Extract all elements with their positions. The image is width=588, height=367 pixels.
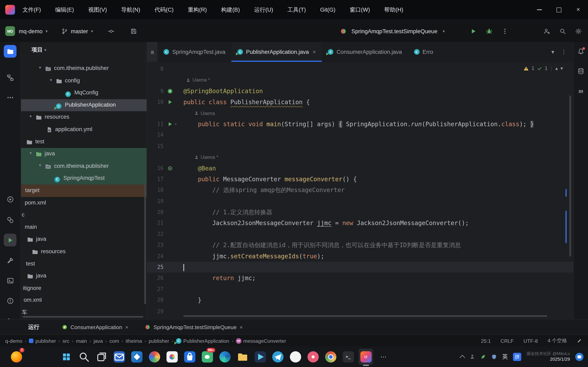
tree-item[interactable]: application.yml bbox=[21, 124, 147, 136]
taskbar-paint[interactable] bbox=[163, 346, 181, 367]
code-editor[interactable]: 1 1 ▴ ▾ 8Uaena *9@SpringBootApplication1… bbox=[147, 62, 573, 319]
code-line-28[interactable]: 28} bbox=[147, 295, 573, 306]
code-line-24[interactable]: 24jjmc.setCreateMessageIds(true); bbox=[147, 251, 573, 262]
notifications-icon[interactable] bbox=[576, 47, 585, 56]
close-tab-icon[interactable]: × bbox=[125, 324, 129, 330]
editor-tab-ConsumerApplication.java[interactable]: CConsumerApplication.java bbox=[322, 42, 408, 62]
taskbar-white-app[interactable] bbox=[286, 346, 304, 367]
more-h-icon[interactable] bbox=[4, 91, 16, 104]
project-folder-icon[interactable] bbox=[4, 45, 16, 58]
line-number[interactable]: 11 bbox=[147, 119, 164, 130]
line-separator[interactable]: CRLF bbox=[501, 338, 514, 344]
code-line-27[interactable]: 27 bbox=[147, 284, 573, 295]
settings-button[interactable] bbox=[572, 25, 584, 37]
run-tab-ConsumerApplication[interactable]: ConsumerApplication× bbox=[54, 319, 137, 335]
tree-item[interactable]: target bbox=[21, 184, 147, 197]
taskbar-search[interactable] bbox=[75, 346, 93, 367]
tree-item[interactable]: c bbox=[21, 209, 147, 221]
menu-item-8[interactable]: 工具(T) bbox=[287, 5, 307, 15]
run-gutter-icon[interactable] bbox=[167, 99, 173, 105]
file-encoding[interactable]: UTF-8 bbox=[523, 338, 538, 344]
chevron-down-icon[interactable]: ▾ bbox=[48, 77, 53, 82]
taskbar-potplayer[interactable] bbox=[304, 346, 322, 367]
code-line-14[interactable]: 14 bbox=[147, 130, 573, 141]
run-button[interactable] bbox=[467, 25, 479, 37]
code-with-me-button[interactable] bbox=[541, 25, 553, 37]
close-tab-icon[interactable]: × bbox=[312, 49, 316, 55]
breadcrumb-publisher[interactable]: publisher bbox=[29, 338, 56, 344]
taskbar-telegram[interactable] bbox=[269, 346, 286, 367]
tree-item[interactable]: test bbox=[21, 136, 147, 148]
tree-item[interactable]: om.xml bbox=[21, 294, 147, 307]
caret-position[interactable]: 25:1 bbox=[481, 338, 491, 344]
run-window-icon[interactable] bbox=[4, 234, 16, 246]
code-line-18[interactable]: 18// 选择spring amqp包的MessageConverter bbox=[147, 185, 573, 196]
breadcrumb-src[interactable]: src bbox=[63, 338, 69, 344]
line-number[interactable]: 23 bbox=[147, 240, 164, 251]
taskbar-wechat[interactable]: 99+ bbox=[199, 346, 216, 367]
editor-tab-Erro[interactable]: CErro bbox=[408, 42, 439, 62]
taskbar-file-explorer[interactable] bbox=[233, 346, 251, 367]
tray-user-icon[interactable] bbox=[470, 354, 475, 360]
ime-indicator[interactable]: 拼 bbox=[513, 352, 521, 361]
taskbar-terminal[interactable]: >_ bbox=[339, 346, 357, 367]
author-inlay-hint[interactable]: Uaena * bbox=[147, 152, 573, 163]
maximize-button[interactable] bbox=[549, 0, 569, 20]
prev-problem-button[interactable]: ▴ bbox=[555, 66, 558, 71]
run-config-name[interactable]: SpringAmqpTest.testSimpleQueue bbox=[351, 28, 437, 34]
tree-item[interactable]: ▾com.itheima.publisher bbox=[21, 160, 147, 173]
line-number[interactable]: 10 bbox=[147, 97, 164, 108]
line-number[interactable]: 29 bbox=[147, 306, 164, 317]
taskbar-store[interactable] bbox=[181, 346, 198, 367]
editor-vertical-scrollbar[interactable] bbox=[569, 95, 571, 257]
idea-logo-icon[interactable] bbox=[5, 5, 15, 15]
breadcrumb-publisher[interactable]: publisher bbox=[149, 338, 169, 344]
line-number[interactable]: 15 bbox=[147, 141, 164, 152]
run-class-gutter-icon[interactable] bbox=[167, 88, 173, 94]
code-line-20[interactable]: 20// 1.定义消息转换器 bbox=[147, 207, 573, 218]
taskbar-dev-tools[interactable] bbox=[146, 346, 163, 367]
breadcrumb-itheima[interactable]: itheima bbox=[126, 338, 142, 344]
line-number[interactable]: 21 bbox=[147, 218, 164, 229]
chevron-down-icon[interactable]: ▾ bbox=[38, 65, 43, 70]
breadcrumb-q-demo[interactable]: q-demo bbox=[5, 338, 22, 344]
code-line-9[interactable]: 9@SpringBootApplication bbox=[147, 86, 573, 97]
code-line-25[interactable]: 25 bbox=[147, 262, 573, 273]
breadcrumb-com[interactable]: com bbox=[109, 338, 119, 344]
input-language-indicator[interactable]: 英 bbox=[502, 353, 508, 360]
taskbar-start[interactable] bbox=[57, 346, 75, 367]
project-tree-vertical-scrollbar[interactable] bbox=[144, 182, 146, 304]
debug-button[interactable] bbox=[483, 25, 495, 37]
code-line-23[interactable]: 23// 2.配置自动创建消息id，用于识别不同消息，也可以在业务中基于ID判断… bbox=[147, 240, 573, 251]
maven-icon[interactable]: m bbox=[576, 86, 585, 95]
editor-tab-PublisherApplication.java[interactable]: CPublisherApplication.java× bbox=[231, 42, 322, 62]
taskbar-task-view[interactable] bbox=[93, 346, 110, 367]
chevron-down-icon[interactable]: ▾ bbox=[89, 29, 95, 34]
database-icon[interactable] bbox=[576, 67, 585, 76]
code-line-8[interactable]: 8 bbox=[147, 64, 573, 75]
minimize-button[interactable] bbox=[529, 0, 549, 20]
run-panel-title[interactable]: 运行 bbox=[28, 324, 39, 331]
run-tab-SpringAmqpTest.testSimpleQueue[interactable]: SpringAmqpTest.testSimpleQueue× bbox=[137, 319, 251, 335]
menu-item-10[interactable]: 窗口(W) bbox=[349, 5, 371, 15]
code-line-11[interactable]: 11›public static void main(String[] args… bbox=[147, 119, 573, 130]
menu-item-4[interactable]: 代码(C) bbox=[154, 5, 174, 15]
author-inlay-hint[interactable]: Uaena bbox=[147, 108, 573, 119]
line-number[interactable]: 24 bbox=[147, 251, 164, 262]
line-number[interactable]: 17 bbox=[147, 174, 164, 185]
menu-item-2[interactable]: 视图(V) bbox=[87, 5, 108, 15]
code-line-10[interactable]: 10public class PublisherApplication { bbox=[147, 97, 573, 108]
structure-icon[interactable] bbox=[4, 71, 16, 84]
line-number[interactable]: 14 bbox=[147, 130, 164, 141]
line-number[interactable]: 16 bbox=[147, 163, 164, 174]
taskbar-idea[interactable]: IJ bbox=[357, 346, 375, 367]
vcs-widget[interactable]: master ▾ bbox=[59, 25, 95, 37]
editor-horizontal-scrollbar[interactable] bbox=[183, 315, 547, 317]
tree-item[interactable]: java bbox=[21, 270, 147, 282]
code-line-26[interactable]: 26return jjmc; bbox=[147, 273, 573, 284]
taskbar-browser[interactable] bbox=[322, 346, 339, 367]
project-tree-horizontal-scrollbar[interactable] bbox=[22, 316, 143, 317]
read-only-toggle-icon[interactable] bbox=[577, 338, 582, 343]
more-actions-button[interactable] bbox=[499, 25, 511, 37]
breadcrumb-messageConverter[interactable]: mmessageConverter bbox=[236, 338, 286, 344]
